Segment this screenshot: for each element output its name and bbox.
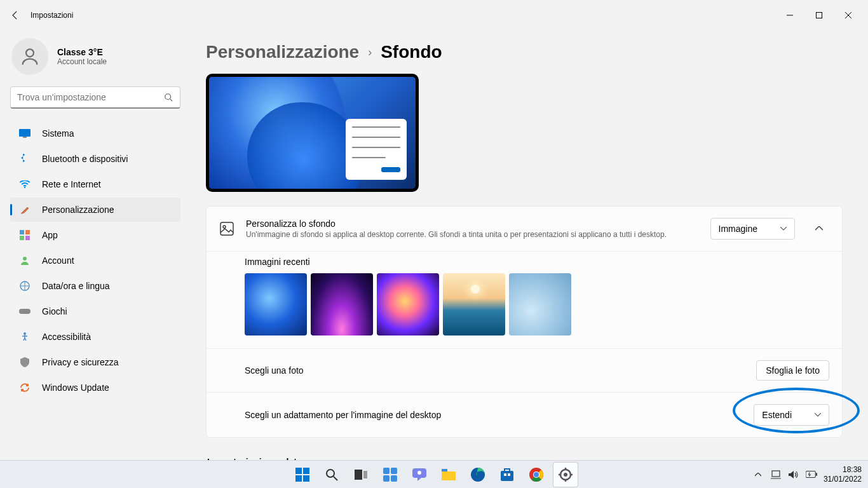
nav-item-time[interactable]: Data/ora e lingua [10,274,180,298]
nav-label: Rete e Internet [42,179,101,189]
taskbar-clock[interactable]: 18:38 31/01/2022 [824,465,862,484]
user-account-type: Account locale [57,57,107,66]
svg-rect-35 [501,471,513,481]
svg-rect-9 [25,230,30,234]
widgets-icon[interactable] [377,462,403,487]
recent-image-5[interactable] [509,273,571,336]
shield-icon [19,356,31,368]
edge-icon[interactable] [465,462,491,487]
nav-label: Bluetooth e dispositivi [42,154,128,164]
svg-line-4 [170,99,173,102]
chevron-right-icon: › [368,46,372,59]
chevron-down-icon [780,227,787,231]
nav-item-network[interactable]: Rete e Internet [10,172,180,196]
nav-label: Accessibilità [42,332,91,342]
svg-rect-29 [383,475,390,482]
file-explorer-icon[interactable] [436,462,461,487]
nav-label: Account [42,255,74,266]
nav-item-personalization[interactable]: Personalizzazione [10,198,180,222]
settings-taskbar-icon[interactable] [553,462,578,487]
taskbar-search-icon[interactable] [319,462,344,487]
svg-point-32 [417,471,421,475]
image-icon [219,221,234,236]
svg-point-12 [23,257,27,261]
titlebar: Impostazioni [0,0,868,30]
search-box[interactable] [10,86,180,109]
nav-item-gaming[interactable]: Giochi [10,299,180,323]
panel-subtitle: Un'immagine di sfondo si applica al desk… [246,230,699,239]
paintbrush-icon [19,204,31,215]
svg-rect-16 [220,222,233,235]
nav-label: App [42,230,58,240]
svg-rect-25 [355,470,362,480]
recent-images-title: Immagini recenti [245,257,829,267]
chevron-up-icon [815,226,823,231]
browse-photos-button[interactable]: Sfoglia le foto [756,360,829,381]
avatar [11,38,48,75]
recent-image-3[interactable] [377,273,439,336]
user-block[interactable]: Classe 3°E Account locale [10,38,180,75]
tray-battery-icon[interactable] [806,469,817,480]
search-input[interactable] [17,92,163,102]
fit-dropdown[interactable]: Estendi [754,404,829,426]
back-button[interactable] [5,5,25,25]
gamepad-icon [19,306,31,317]
task-view-icon[interactable] [348,462,374,487]
account-icon [19,255,31,266]
dropdown-value: Immagine [719,224,757,234]
tray-volume-icon[interactable] [788,469,799,480]
fit-row: Scegli un adattamento per l'immagine del… [207,392,842,437]
nav-item-bluetooth[interactable]: Bluetooth e dispositivi [10,147,180,171]
svg-rect-27 [383,468,390,474]
chat-icon[interactable] [407,462,432,487]
tray-network-icon[interactable] [770,469,782,480]
breadcrumb-current: Sfondo [381,42,442,62]
chrome-icon[interactable] [524,462,549,487]
dropdown-value: Estendi [762,410,792,420]
system-icon [19,128,31,139]
tray-overflow-icon[interactable] [752,469,764,480]
nav-item-accessibility[interactable]: Accessibilità [10,325,180,349]
breadcrumb-parent[interactable]: Personalizzazione [206,42,359,62]
panel-title: Personalizza lo sfondo [246,219,699,229]
nav-item-accounts[interactable]: Account [10,248,180,273]
choose-photo-label: Scegli una foto [245,365,304,376]
content-area: Personalizzazione › Sfondo Personalizza … [191,30,868,460]
nav-item-update[interactable]: Windows Update [10,376,180,400]
nav-label: Privacy e sicurezza [42,357,119,367]
svg-rect-49 [772,471,780,477]
svg-point-44 [564,473,567,477]
recent-image-4[interactable] [443,273,505,336]
close-button[interactable] [834,5,863,25]
svg-point-17 [223,226,226,228]
recent-image-1[interactable] [245,273,307,336]
nav-item-system[interactable]: Sistema [10,121,180,146]
svg-rect-11 [25,236,30,240]
nav-item-apps[interactable]: App [10,223,180,247]
wifi-icon [19,179,31,190]
recent-image-2[interactable] [311,273,373,336]
svg-rect-30 [391,475,397,482]
choose-photo-row: Scegli una foto Sfoglia le foto [207,348,842,392]
start-button[interactable] [290,462,315,487]
user-name: Classe 3°E [57,47,107,57]
nav-label: Sistema [42,128,74,139]
store-icon[interactable] [494,462,520,487]
nav-item-privacy[interactable]: Privacy e sicurezza [10,350,180,374]
svg-rect-22 [303,475,309,482]
maximize-button[interactable] [804,5,834,25]
breadcrumb: Personalizzazione › Sfondo [206,42,843,62]
background-type-dropdown[interactable]: Immagine [710,218,795,240]
update-icon [19,382,31,393]
chevron-down-icon [815,413,821,417]
minimize-button[interactable] [775,5,804,25]
svg-line-24 [334,477,337,480]
window-title: Impostazioni [31,11,73,20]
svg-point-15 [24,332,26,335]
svg-point-42 [534,472,539,477]
collapse-button[interactable] [809,219,829,239]
apps-icon [19,229,31,241]
nav-list: Sistema Bluetooth e dispositivi Rete e I… [10,121,180,400]
clock-globe-icon [19,280,31,292]
svg-point-3 [165,94,171,100]
